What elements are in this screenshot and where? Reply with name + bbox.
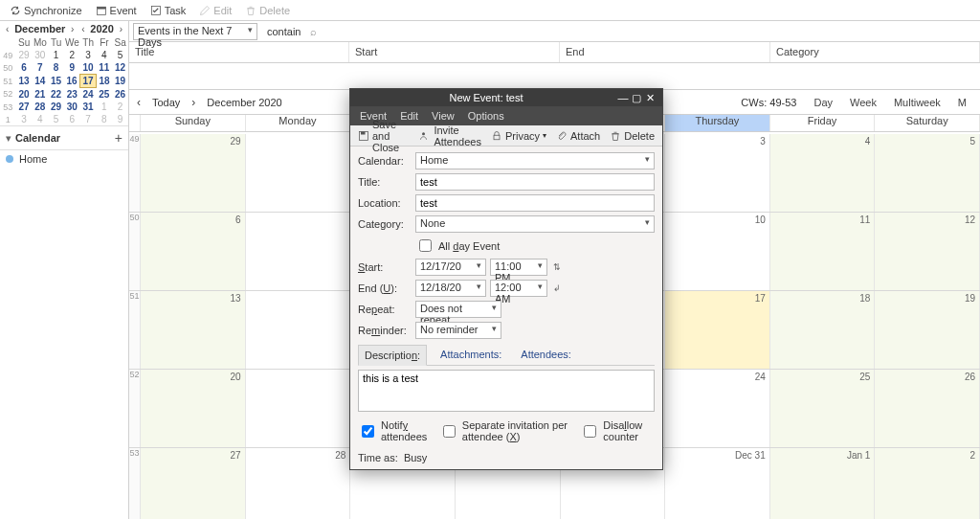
mini-cal-day[interactable]: 5 xyxy=(112,49,128,61)
view-multiweek-button[interactable]: Multiweek xyxy=(888,94,947,111)
mini-cal-day[interactable]: 16 xyxy=(64,75,80,88)
mini-cal-day[interactable]: 24 xyxy=(80,88,97,102)
day-cell[interactable]: Dec 31 xyxy=(665,448,770,519)
save-close-button[interactable]: Save and Close xyxy=(358,119,410,153)
day-cell[interactable]: 27 xyxy=(141,448,246,519)
edit-button[interactable]: Edit xyxy=(193,3,237,18)
disallow-counter-checkbox[interactable] xyxy=(584,425,596,438)
tab-attachments[interactable]: Attachments: xyxy=(434,345,507,365)
privacy-button[interactable]: Privacy ▾ xyxy=(491,130,546,142)
mini-cal-day[interactable]: 21 xyxy=(33,88,49,102)
mini-cal-day[interactable]: 10 xyxy=(80,61,97,75)
mini-cal-day[interactable]: 25 xyxy=(97,88,113,102)
day-cell[interactable]: 12 xyxy=(875,213,980,290)
mini-cal-day[interactable]: 1 xyxy=(97,101,113,113)
link-icon[interactable]: ⇅ xyxy=(553,262,561,272)
day-cell[interactable]: 2 xyxy=(875,448,980,519)
start-date-input[interactable]: 12/17/20 xyxy=(415,259,486,276)
day-cell[interactable]: 17 xyxy=(665,291,770,369)
mini-cal-day[interactable]: 13 xyxy=(16,75,33,88)
mini-cal-day[interactable]: 18 xyxy=(97,75,113,88)
new-task-button[interactable]: Task xyxy=(145,3,192,18)
day-cell[interactable] xyxy=(246,370,351,447)
day-cell[interactable]: 11 xyxy=(770,213,876,290)
day-cell[interactable]: 28 xyxy=(246,448,351,519)
tab-attendees[interactable]: Attendees: xyxy=(515,345,577,365)
mini-cal-day[interactable]: 26 xyxy=(112,88,128,102)
invite-attendees-button[interactable]: Invite Attendees xyxy=(419,124,481,147)
mini-cal-day[interactable]: 3 xyxy=(16,113,33,125)
mini-cal-day[interactable]: 12 xyxy=(112,61,128,75)
mini-cal-day[interactable]: 23 xyxy=(64,88,80,102)
col-start[interactable]: Start xyxy=(349,42,560,62)
day-cell[interactable]: 29 xyxy=(141,134,246,212)
day-cell[interactable]: 26 xyxy=(875,370,980,447)
day-cell[interactable]: 24 xyxy=(665,370,770,447)
mini-cal-day[interactable]: 4 xyxy=(97,49,113,61)
day-cell[interactable]: 19 xyxy=(875,291,980,369)
col-category[interactable]: Category xyxy=(770,42,980,62)
timeas-value[interactable]: Busy xyxy=(404,452,427,463)
day-cell[interactable] xyxy=(246,213,351,290)
month-label[interactable]: December xyxy=(14,23,65,34)
menu-options[interactable]: Options xyxy=(468,110,504,122)
all-day-checkbox[interactable] xyxy=(419,239,432,252)
range-select[interactable]: Events in the Next 7 Days xyxy=(133,23,257,40)
new-event-button[interactable]: Event xyxy=(90,3,143,18)
maximize-button[interactable]: ▢ xyxy=(630,92,643,104)
day-cell[interactable]: 20 xyxy=(141,370,246,447)
day-cell[interactable] xyxy=(246,291,351,369)
mini-cal-day[interactable]: 9 xyxy=(64,61,80,75)
next-year-button[interactable]: › xyxy=(118,24,124,34)
end-date-input[interactable]: 12/18/20 xyxy=(415,280,486,297)
mini-cal-day[interactable]: 28 xyxy=(33,101,49,113)
mini-cal-day[interactable]: 30 xyxy=(64,101,80,113)
separate-invite-checkbox[interactable] xyxy=(443,425,456,438)
mini-cal-day[interactable]: 22 xyxy=(48,88,64,102)
minimize-button[interactable]: — xyxy=(616,92,630,103)
notify-attendees-checkbox[interactable] xyxy=(362,425,374,438)
day-cell[interactable]: 13 xyxy=(141,291,246,369)
day-cell[interactable]: 18 xyxy=(770,291,876,369)
mini-cal-day[interactable]: 27 xyxy=(16,101,33,113)
mini-cal-day[interactable]: 8 xyxy=(97,113,113,125)
mini-cal-day[interactable]: 6 xyxy=(16,61,33,75)
category-select[interactable]: None xyxy=(415,215,655,233)
attach-button[interactable]: Attach xyxy=(556,130,600,142)
calendar-item-home[interactable]: Home xyxy=(0,150,128,168)
calendar-select[interactable]: Home xyxy=(415,152,655,169)
prev-month-button[interactable]: ‹ xyxy=(4,24,11,34)
day-cell[interactable]: Jan 1 xyxy=(770,448,876,519)
prev-period-button[interactable]: ‹ xyxy=(137,96,141,109)
mini-cal-day[interactable]: 29 xyxy=(16,49,33,61)
view-week-button[interactable]: Week xyxy=(844,94,882,111)
today-button[interactable]: Today xyxy=(152,97,180,108)
end-time-input[interactable]: 12:00 AM xyxy=(490,280,547,297)
repeat-select[interactable]: Does not repeat xyxy=(415,301,501,318)
mini-cal-day[interactable]: 1 xyxy=(48,49,64,61)
mini-cal-day[interactable]: 4 xyxy=(33,113,49,125)
view-month-button[interactable]: M xyxy=(952,94,972,111)
description-textarea[interactable] xyxy=(358,370,655,412)
mini-cal-day[interactable]: 29 xyxy=(48,101,64,113)
mini-cal-day[interactable]: 6 xyxy=(64,113,80,125)
day-cell[interactable] xyxy=(246,134,351,212)
mini-cal-day[interactable]: 8 xyxy=(48,61,64,75)
mini-cal-day[interactable]: 9 xyxy=(112,113,128,125)
mini-cal-day[interactable]: 14 xyxy=(33,75,49,88)
day-cell[interactable]: 6 xyxy=(141,213,246,290)
day-cell[interactable]: 25 xyxy=(770,370,876,447)
add-calendar-button[interactable]: + xyxy=(115,130,122,146)
title-input[interactable] xyxy=(415,173,655,191)
day-cell[interactable]: 5 xyxy=(875,134,980,212)
synchronize-button[interactable]: Synchronize xyxy=(4,3,88,18)
mini-cal-day[interactable]: 17 xyxy=(80,75,97,88)
mini-cal-day[interactable]: 2 xyxy=(112,101,128,113)
prev-year-button[interactable]: ‹ xyxy=(79,24,86,34)
search-icon[interactable]: ⌕ xyxy=(310,26,317,37)
dialog-delete-button[interactable]: Delete xyxy=(610,130,655,142)
mini-cal-day[interactable]: 11 xyxy=(97,61,113,75)
mini-cal-day[interactable]: 30 xyxy=(33,49,49,61)
view-day-button[interactable]: Day xyxy=(808,94,838,111)
day-cell[interactable]: 4 xyxy=(770,134,876,212)
